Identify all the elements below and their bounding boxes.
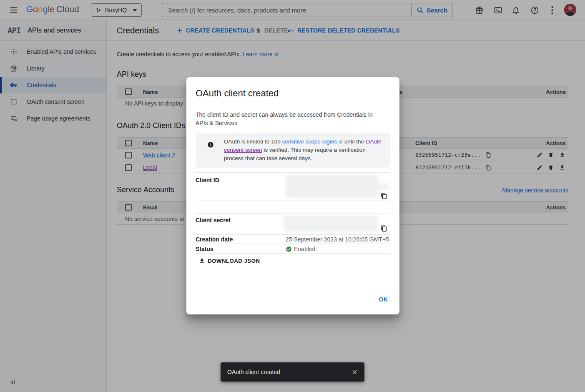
creation-date-value: 25 September 2023 at 10:26:05 GMT+5	[286, 236, 389, 243]
copy-icon	[381, 193, 387, 199]
sensitive-scope-logins-link[interactable]: sensitive scope logins	[282, 138, 337, 145]
client-id-redacted-value	[286, 175, 379, 197]
dialog-subtitle: The client ID and secret can always be a…	[196, 111, 384, 127]
notice-part1: OAuth is limited to 100	[224, 138, 282, 145]
toast-message: OAuth client created	[227, 369, 280, 375]
toast-snackbar: OAuth client created	[221, 362, 364, 382]
verification-notice: OAuth is limited to 100 sensitive scope …	[196, 133, 390, 168]
download-json-label: DOWNLOAD JSON	[208, 258, 260, 264]
copy-client-secret-button[interactable]	[381, 224, 389, 233]
client-id-label: Client ID	[196, 177, 219, 183]
client-id-row: Client ID	[196, 172, 390, 201]
copy-client-id-button[interactable]	[381, 192, 389, 200]
status-value: Enabled	[286, 246, 315, 252]
download-icon	[199, 258, 205, 264]
spacer-row	[196, 201, 390, 213]
notice-text: OAuth is limited to 100 sensitive scope …	[224, 138, 383, 163]
download-json-button[interactable]: DOWNLOAD JSON	[199, 254, 260, 267]
client-details: Client ID Client secret Creation date 25…	[196, 172, 390, 254]
creation-date-row: Creation date 25 September 2023 at 10:26…	[196, 234, 390, 244]
info-icon	[207, 141, 214, 148]
ok-button[interactable]: OK	[375, 292, 392, 307]
status-row: Status Enabled	[196, 244, 390, 254]
check-circle-icon	[286, 246, 292, 252]
close-icon	[352, 369, 358, 375]
status-text: Enabled	[294, 246, 315, 252]
external-link-icon	[338, 140, 343, 144]
client-secret-redacted-value	[284, 216, 378, 231]
copy-icon	[381, 225, 387, 232]
app-root: GoogleCloud BoxyHQ Search	[0, 0, 585, 392]
notice-part2: until the	[343, 138, 366, 145]
client-secret-row: Client secret	[196, 213, 390, 234]
client-secret-label: Client secret	[196, 217, 231, 224]
status-label: Status	[196, 246, 213, 252]
dialog-title: OAuth client created	[196, 88, 279, 99]
toast-close-button[interactable]	[348, 365, 361, 379]
creation-date-label: Creation date	[196, 236, 233, 243]
oauth-client-created-dialog: OAuth client created The client ID and s…	[186, 77, 399, 314]
client-id-redacted-chip	[378, 183, 389, 190]
